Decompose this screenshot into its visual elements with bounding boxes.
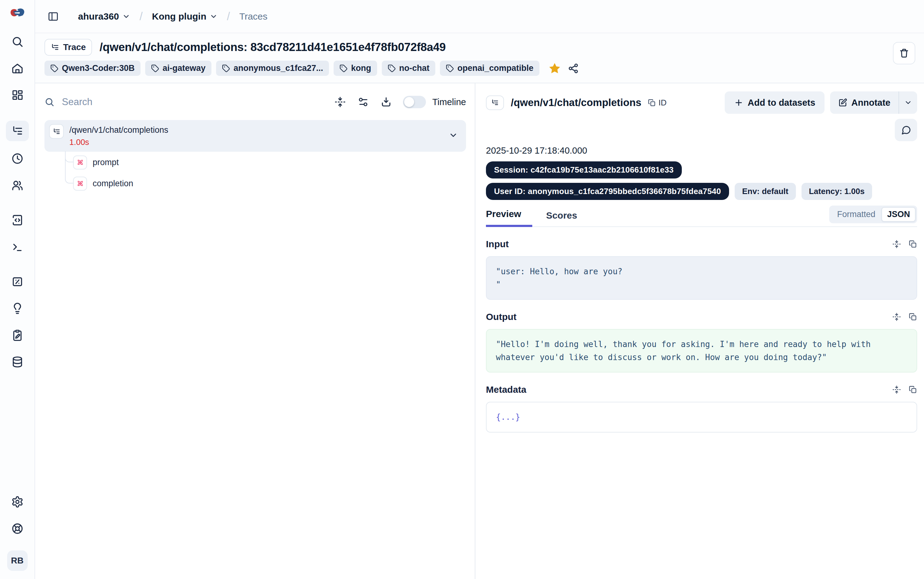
tree-children: prompt completion — [73, 152, 466, 194]
sidebar-item-sessions[interactable] — [6, 149, 29, 168]
support-lifebuoy-icon — [11, 522, 24, 535]
sidebar-item-datasets[interactable] — [6, 353, 29, 371]
trash-icon — [899, 48, 909, 59]
plus-icon — [734, 98, 743, 107]
session-pill[interactable]: Session: c42fca19b75e13aac2b2106610f81e3… — [486, 161, 682, 178]
tag-icon — [388, 64, 396, 72]
home-icon — [11, 62, 24, 75]
annotate-split-button: Annotate — [830, 92, 917, 114]
breadcrumb-page: Traces — [239, 11, 268, 22]
tag-pill[interactable]: openai_compatible — [440, 61, 539, 76]
format-option-formatted[interactable]: Formatted — [831, 207, 882, 222]
format-option-json[interactable]: JSON — [882, 207, 916, 222]
observation-tree: /qwen/v1/chat/completions 1.00s — [44, 120, 466, 194]
tree-child-completion[interactable]: completion — [73, 173, 466, 194]
tab-preview[interactable]: Preview — [486, 209, 532, 227]
detail-trace-badge — [486, 95, 504, 110]
toggle-thumb — [404, 97, 414, 107]
sidebar-item-judge[interactable] — [6, 299, 29, 318]
sidebar-item-home[interactable] — [6, 59, 29, 78]
annotate-button[interactable]: Annotate — [830, 92, 898, 114]
main-column: ahura360 / Kong plugin / Traces Trace — [35, 0, 924, 579]
fold-vertical-icon[interactable] — [892, 385, 901, 394]
user-avatar[interactable]: RB — [7, 550, 28, 571]
format-switch: Formatted JSON — [829, 206, 917, 223]
tree-connector — [65, 151, 74, 162]
share-button[interactable] — [568, 63, 579, 74]
star-icon — [549, 62, 561, 75]
tree-child-label: prompt — [93, 158, 119, 167]
breadcrumb-org[interactable]: ahura360 — [78, 11, 130, 22]
tree-child-prompt[interactable]: prompt — [73, 152, 466, 173]
sidebar-item-prompts[interactable] — [6, 211, 29, 229]
env-pill: Env: default — [735, 183, 796, 200]
metadata-content[interactable]: {...} — [486, 402, 917, 432]
fold-vertical-icon[interactable] — [892, 312, 901, 321]
sidebar-nav — [6, 32, 29, 371]
sidebar-item-tracing[interactable] — [6, 121, 29, 141]
annotate-dropdown-button[interactable] — [899, 92, 917, 114]
session-row: Session: c42fca19b75e13aac2b2106610f81e3… — [486, 161, 917, 178]
tag-pill[interactable]: Qwen3-Coder:30B — [44, 61, 140, 76]
sidebar-item-users[interactable] — [6, 176, 29, 195]
tree-collapse-chevron[interactable] — [449, 131, 458, 141]
id-label: ID — [658, 98, 666, 108]
fold-vertical-icon[interactable] — [892, 240, 901, 249]
comments-button[interactable] — [895, 119, 917, 141]
tag-label: Qwen3-Coder:30B — [62, 64, 135, 73]
tag-pill[interactable]: kong — [334, 61, 377, 76]
span-fan-icon — [76, 158, 85, 167]
breadcrumb-project[interactable]: Kong plugin — [152, 11, 218, 22]
sidebar-item-playground[interactable] — [6, 237, 29, 256]
sidebar-item-annotation[interactable] — [6, 326, 29, 345]
collapse-all-button[interactable] — [332, 94, 348, 110]
copy-icon[interactable] — [908, 312, 917, 321]
tag-pill[interactable]: no-chat — [382, 61, 436, 76]
chevron-down-icon — [209, 12, 218, 21]
span-fan-icon — [76, 179, 85, 188]
tree-root-name: /qwen/v1/chat/completions — [69, 124, 168, 136]
user-id-pill[interactable]: User ID: anonymous_c1fca2795bbedc5f36678… — [486, 183, 729, 200]
sidebar-item-dashboards[interactable] — [6, 86, 29, 105]
tag-label: openai_compatible — [457, 64, 534, 73]
tag-pill[interactable]: anonymous_c1fca27... — [216, 61, 329, 76]
bookmark-star-button[interactable] — [549, 62, 561, 75]
breadcrumb-project-label: Kong plugin — [152, 11, 206, 22]
chevron-down-icon — [904, 98, 912, 107]
tag-pill[interactable]: ai-gateway — [145, 61, 211, 76]
download-button[interactable] — [378, 94, 394, 110]
detail-header: /qwen/v1/chat/completions ID Add to data… — [486, 92, 917, 114]
sidebar-item-evaluation[interactable] — [6, 272, 29, 291]
tree-search-input[interactable] — [62, 96, 325, 108]
copy-icon[interactable] — [908, 240, 917, 249]
sidebar-item-support[interactable] — [6, 519, 29, 538]
sidebar-item-search[interactable] — [6, 32, 29, 51]
tag-icon — [222, 64, 230, 72]
timeline-label: Timeline — [432, 97, 466, 107]
settings-gear-icon — [11, 496, 24, 508]
sidebar-toggle-button[interactable] — [44, 8, 62, 25]
lightbulb-icon — [11, 302, 24, 315]
square-pen-icon — [838, 98, 847, 107]
tag-label: ai-gateway — [163, 64, 206, 73]
tag-icon — [340, 64, 348, 72]
output-label: Output — [486, 312, 516, 322]
copy-icon — [648, 98, 656, 107]
sidebar-item-settings[interactable] — [6, 492, 29, 511]
timeline-toggle[interactable] — [403, 96, 426, 108]
output-content: "Hello! I'm doing well, thank you for as… — [486, 329, 917, 373]
tag-label: anonymous_c1fca27... — [233, 64, 323, 73]
trace-title: /qwen/v1/chat/completions: 83cd78211d41e… — [100, 41, 446, 54]
comment-bubble-icon — [901, 125, 911, 135]
annotate-label: Annotate — [851, 98, 890, 108]
tree-root-row[interactable]: /qwen/v1/chat/completions 1.00s — [44, 120, 466, 152]
input-content: "user: Hello, how are you? " — [486, 256, 917, 300]
add-to-datasets-button[interactable]: Add to datasets — [725, 92, 825, 114]
tab-scores[interactable]: Scores — [546, 210, 577, 226]
copy-id-button[interactable]: ID — [648, 98, 666, 108]
copy-icon[interactable] — [908, 385, 917, 394]
chevron-down-icon — [122, 12, 130, 21]
comment-row — [486, 119, 917, 141]
delete-trace-button[interactable] — [893, 42, 915, 64]
tree-settings-button[interactable] — [355, 94, 371, 110]
